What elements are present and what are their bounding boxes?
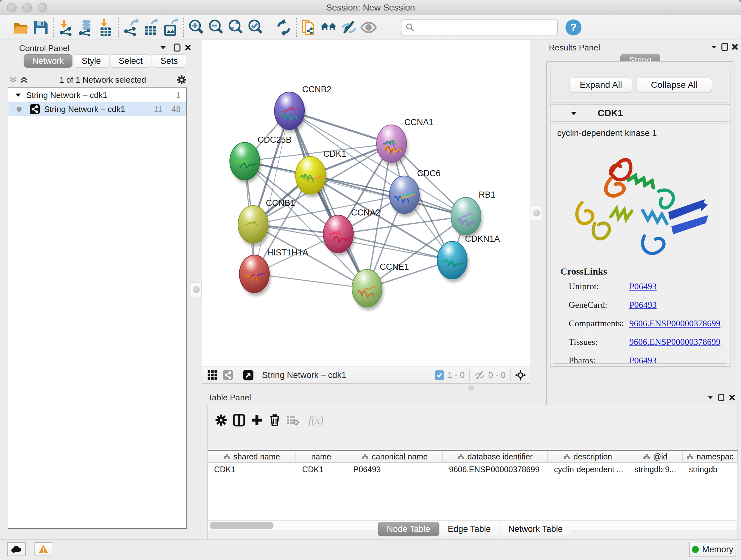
float-panel-icon[interactable] — [719, 42, 730, 52]
column-header-description[interactable]: description — [548, 451, 628, 462]
hidden-eye-icon[interactable] — [474, 370, 485, 381]
node-ccna1[interactable]: CCNA1 — [377, 118, 434, 166]
collapse-panel-icon[interactable] — [158, 42, 169, 53]
share-network-button[interactable] — [299, 17, 319, 37]
tab-select[interactable]: Select — [110, 54, 151, 68]
function-builder-button[interactable]: f(x) — [301, 411, 330, 429]
network-collection-row[interactable]: String Network – cdk1 1 — [8, 88, 186, 102]
edge[interactable] — [338, 216, 466, 234]
zoom-fit-button[interactable] — [226, 17, 246, 37]
zoom-out-button[interactable] — [206, 17, 226, 37]
table-cell[interactable]: CDK1 — [208, 463, 296, 476]
column-header-shared-name[interactable]: shared name — [208, 451, 296, 462]
float-panel-icon[interactable] — [172, 42, 183, 53]
collapse-panel-icon[interactable] — [705, 392, 716, 403]
cloud-status-button[interactable] — [7, 542, 26, 556]
expand-all-networks-icon[interactable] — [18, 74, 29, 85]
node-ccnb2[interactable]: CCNB2 — [274, 84, 332, 133]
crosslink-link[interactable]: 9606.ENSP00000378699 — [629, 337, 720, 347]
table-cell[interactable]: P06493 — [347, 463, 443, 476]
delete-table-icon[interactable] — [284, 411, 301, 429]
edge[interactable] — [289, 111, 367, 288]
float-panel-icon[interactable] — [716, 392, 727, 403]
save-session-button[interactable] — [30, 17, 51, 37]
column-header-namespac[interactable]: namespac — [683, 451, 738, 462]
show-columns-icon[interactable] — [230, 411, 248, 429]
network-view-canvas[interactable]: CCNB2CCNA1CDC25BCDK1CDC6RB1CCNB1CCNA2CDK… — [202, 40, 530, 367]
network-row-selected[interactable]: String Network – cdk1 11 48 — [8, 102, 186, 116]
left-splitter[interactable] — [191, 40, 202, 367]
network-graph[interactable]: CCNB2CCNA1CDC25BCDK1CDC6RB1CCNB1CCNA2CDK… — [202, 40, 530, 367]
left-splitter-handle[interactable] — [191, 282, 202, 297]
right-splitter[interactable] — [530, 40, 542, 367]
node-rb1[interactable]: RB1 — [451, 190, 495, 238]
export-network-button[interactable] — [121, 17, 141, 37]
column-header-database-identifier[interactable]: database identifier — [443, 451, 548, 462]
column-header--id[interactable]: @id — [628, 451, 683, 462]
collection-expander-icon[interactable] — [13, 90, 23, 101]
network-share-icon[interactable] — [222, 370, 233, 381]
node-cdc25b[interactable]: CDC25B — [230, 135, 292, 183]
node-ccnb1[interactable]: CCNB1 — [238, 198, 295, 246]
node-cdk1[interactable]: CDK1 — [295, 149, 346, 197]
collapse-all-button[interactable]: Collapse All — [636, 78, 712, 92]
node-cdc6[interactable]: CDC6 — [389, 169, 441, 217]
gene-expander-icon[interactable] — [568, 108, 579, 119]
add-column-icon[interactable] — [248, 411, 266, 429]
collapse-panel-icon[interactable] — [709, 42, 719, 52]
table-cell[interactable]: stringdb:9... — [628, 463, 683, 476]
table-header-row[interactable]: shared namenamecanonical namedatabase id… — [208, 450, 738, 462]
import-network-file-button[interactable] — [56, 17, 76, 37]
column-header-name[interactable]: name — [296, 451, 347, 462]
close-panel-icon[interactable] — [730, 42, 740, 52]
node-hist1h1a[interactable]: HIST1H1A — [239, 248, 308, 296]
tab-sets[interactable]: Sets — [152, 54, 186, 68]
fit-content-crosshair-icon[interactable] — [515, 370, 526, 381]
collapse-all-networks-icon[interactable] — [8, 74, 18, 85]
table-cell[interactable]: cyclin-dependent ... — [548, 463, 628, 476]
tab-node-table[interactable]: Node Table — [378, 522, 439, 537]
zoom-selected-button[interactable] — [246, 17, 266, 37]
crosslink-link[interactable]: P06493 — [629, 355, 657, 364]
close-panel-icon[interactable] — [727, 392, 738, 403]
node-ccna2[interactable]: CCNA2 — [323, 208, 381, 256]
table-cell[interactable]: stringdb — [683, 463, 738, 476]
delete-column-icon[interactable] — [266, 411, 284, 429]
export-table-button[interactable] — [141, 17, 161, 37]
string-home-button[interactable] — [319, 17, 339, 37]
birdseye-grid-icon[interactable] — [207, 370, 218, 381]
export-image-button[interactable] — [161, 17, 181, 37]
crosslink-link[interactable]: 9606.ENSP00000378699 — [629, 318, 720, 328]
expand-all-button[interactable]: Expand All — [569, 78, 632, 92]
warnings-button[interactable] — [35, 542, 52, 556]
table-row[interactable]: CDK1CDK1P064939606.ENSP00000378699cyclin… — [208, 463, 738, 476]
column-header-canonical-name[interactable]: canonical name — [347, 451, 443, 462]
edge[interactable] — [311, 175, 466, 216]
table-settings-gear-icon[interactable] — [212, 411, 230, 429]
crosslink-link[interactable]: P06493 — [629, 300, 657, 310]
network-options-gear-icon[interactable] — [176, 74, 187, 85]
zoom-in-button[interactable] — [186, 17, 206, 37]
node-ccne1[interactable]: CCNE1 — [352, 262, 409, 310]
table-cell[interactable]: 9606.ENSP00000378699 — [443, 463, 548, 476]
import-table-button[interactable] — [96, 17, 116, 37]
show-graphics-button[interactable] — [359, 17, 379, 37]
tab-network[interactable]: Network — [23, 54, 72, 68]
search-input[interactable] — [415, 22, 549, 33]
open-session-button[interactable] — [11, 17, 30, 37]
memory-button[interactable]: Memory — [689, 542, 736, 557]
import-network-database-button[interactable] — [76, 17, 96, 37]
refresh-view-button[interactable] — [274, 17, 293, 37]
help-button[interactable]: ? — [563, 17, 583, 37]
gene-section-header[interactable]: CDK1 — [550, 105, 730, 122]
tab-network-table[interactable]: Network Table — [500, 522, 571, 537]
edge[interactable] — [254, 274, 367, 288]
tab-edge-table[interactable]: Edge Table — [439, 522, 499, 537]
hide-unhide-button[interactable] — [339, 17, 359, 37]
tab-style[interactable]: Style — [73, 54, 110, 68]
selected-nodes-checkbox[interactable] — [434, 370, 444, 380]
global-search-field[interactable] — [401, 19, 558, 36]
right-splitter-handle[interactable] — [531, 206, 542, 220]
crosslink-link[interactable]: P06493 — [629, 281, 657, 292]
scrollbar-thumb[interactable] — [210, 522, 273, 529]
